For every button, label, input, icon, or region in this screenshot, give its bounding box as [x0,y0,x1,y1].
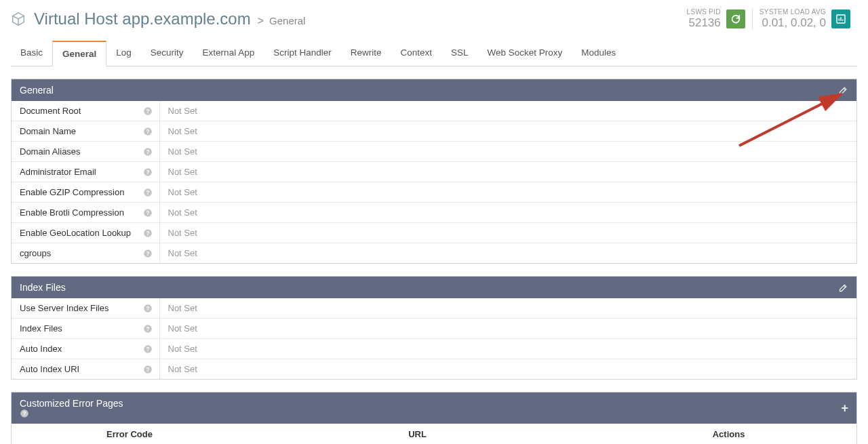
tab-websocket-proxy[interactable]: Web Socket Proxy [478,41,572,66]
index-settings-table: Use Server Index Files? Not Set Index Fi… [12,298,856,379]
tab-bar: Basic General Log Security External App … [11,41,857,66]
tab-modules[interactable]: Modules [572,41,625,66]
value-geolocation: Not Set [159,223,856,243]
row-auto-index-uri: Auto Index URI? Not Set [12,359,856,380]
row-document-root: Document Root? Not Set [12,101,856,121]
load-label: SYSTEM LOAD AVG [760,8,826,16]
help-icon[interactable]: ? [143,304,153,313]
svg-text:?: ? [146,169,149,176]
header-stats: LSWS PID 52136 SYSTEM LOAD AVG 0.01, 0.0… [680,8,857,30]
panel-index-header: Index Files [12,277,856,298]
page-header: Virtual Host app.example.com > General L… [0,0,868,34]
label-brotli: Enable Brotli Compression [20,207,124,218]
add-error-page-button[interactable]: + [841,401,848,416]
value-brotli: Not Set [159,203,856,223]
row-auto-index: Auto Index? Not Set [12,339,856,359]
help-icon[interactable]: ? [143,365,153,374]
tab-basic[interactable]: Basic [11,41,52,66]
tab-ssl[interactable]: SSL [441,41,478,66]
panel-index-title: Index Files [20,282,838,293]
svg-text:?: ? [146,108,149,115]
value-domain-aliases: Not Set [159,142,856,162]
edit-index-button[interactable] [838,283,848,293]
help-icon[interactable]: ? [143,106,153,116]
tab-script-handler[interactable]: Script Handler [264,41,341,66]
label-gzip: Enable GZIP Compression [20,187,124,197]
value-use-server-index: Not Set [159,298,856,319]
svg-text:?: ? [146,346,149,352]
label-auto-index: Auto Index [20,344,62,354]
tab-general[interactable]: General [52,41,106,66]
value-auto-index-uri: Not Set [159,359,856,380]
label-domain-aliases: Domain Aliases [20,146,81,157]
help-icon[interactable]: ? [143,228,153,238]
svg-text:?: ? [146,129,149,135]
col-actions: Actions [705,424,856,444]
svg-text:?: ? [146,230,149,237]
tab-context[interactable]: Context [391,41,441,66]
general-settings-table: Document Root? Not Set Domain Name? Not … [12,101,856,263]
svg-text:?: ? [146,190,149,196]
label-domain-name: Domain Name [20,126,76,136]
edit-general-button[interactable] [838,85,848,96]
row-brotli: Enable Brotli Compression? Not Set [12,203,856,223]
row-use-server-index: Use Server Index Files? Not Set [12,298,856,319]
help-icon[interactable]: ? [143,344,153,354]
col-url: URL [400,424,705,444]
tab-external-app[interactable]: External App [193,41,264,66]
value-cgroups: Not Set [159,243,856,264]
svg-text:?: ? [146,210,149,216]
label-use-server-index: Use Server Index Files [20,303,109,313]
row-domain-aliases: Domain Aliases? Not Set [12,142,856,162]
panel-general-title: General [20,85,838,96]
panel-general-header: General [12,79,856,101]
col-error-code: Error Code [12,424,400,444]
stat-pid: LSWS PID 52136 [680,8,752,30]
help-icon[interactable]: ? [143,147,153,157]
value-gzip: Not Set [159,182,856,203]
svg-text:?: ? [146,149,149,155]
help-icon[interactable]: ? [143,208,153,218]
help-icon[interactable]: ? [143,188,153,197]
tab-log[interactable]: Log [106,41,141,66]
svg-text:?: ? [146,367,149,373]
value-auto-index: Not Set [159,339,856,359]
tab-security[interactable]: Security [141,41,193,66]
panel-error-pages: Customized Error Pages ? + Error Code UR… [11,392,857,444]
svg-text:?: ? [146,251,149,257]
value-domain-name: Not Set [159,121,856,142]
svg-text:?: ? [146,306,149,312]
help-icon[interactable]: ? [143,127,153,136]
restart-button[interactable] [726,9,745,28]
row-cgroups: cgroups? Not Set [12,243,856,264]
tab-rewrite[interactable]: Rewrite [341,41,391,66]
panel-general: General Document Root? Not Set Domain Na… [11,79,857,264]
help-icon[interactable]: ? [20,409,841,418]
panel-error-title-text: Customized Error Pages [20,398,123,409]
page-title-text: Virtual Host app.example.com [34,9,251,28]
error-pages-columns: Error Code URL Actions [12,424,856,444]
pid-label: LSWS PID [687,8,721,16]
label-admin-email: Administrator Email [20,167,96,177]
breadcrumb-separator: > [258,15,264,27]
value-document-root: Not Set [159,101,856,121]
panel-index-files: Index Files Use Server Index Files? Not … [11,276,857,380]
label-index-files: Index Files [20,323,62,334]
load-value: 0.01, 0.02, 0 [760,16,826,30]
value-admin-email: Not Set [159,162,856,182]
page-title: Virtual Host app.example.com > General [11,9,305,28]
row-admin-email: Administrator Email? Not Set [12,162,856,182]
breadcrumb: General [269,15,305,26]
stat-load: SYSTEM LOAD AVG 0.01, 0.02, 0 [752,8,857,30]
help-icon[interactable]: ? [143,324,153,334]
stats-button[interactable] [831,9,850,28]
row-index-files: Index Files? Not Set [12,319,856,339]
help-icon[interactable]: ? [143,167,153,177]
label-geolocation: Enable GeoLocation Lookup [20,228,131,238]
help-icon[interactable]: ? [143,249,153,258]
panel-error-header: Customized Error Pages ? + [12,392,856,424]
value-index-files: Not Set [159,319,856,339]
label-cgroups: cgroups [20,248,51,258]
row-domain-name: Domain Name? Not Set [12,121,856,142]
label-auto-index-uri: Auto Index URI [20,364,79,374]
